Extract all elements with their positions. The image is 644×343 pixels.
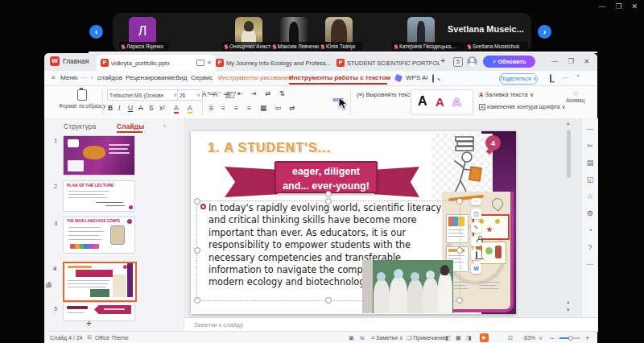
collapse-ribbon-button[interactable]: ⌃ <box>576 74 581 81</box>
menu-more2-button[interactable]: ⋯ <box>562 74 568 81</box>
more-icon[interactable]: ⋯ <box>583 260 597 268</box>
merge-shapes-button[interactable]: ⇄ <box>289 104 295 112</box>
notes-bar[interactable]: Заметки к слайду <box>184 317 598 332</box>
help-icon[interactable]: ? <box>583 243 597 251</box>
bullet-list-button[interactable]: ≔ <box>208 89 216 97</box>
font-size-dropdown[interactable]: 26∨ <box>177 89 203 101</box>
notification-badge-icon[interactable]: 5 <box>453 57 463 67</box>
normal-view-button[interactable]: ◧ <box>445 335 451 341</box>
hamburger-icon[interactable]: ≡ <box>52 74 56 81</box>
text-style-gallery[interactable]: A A A <box>411 89 473 115</box>
selection-handle[interactable] <box>456 247 463 254</box>
text-fill-dropdown[interactable]: A̲ Заливка текста ∨ <box>479 91 534 98</box>
search-icon[interactable] <box>432 74 434 83</box>
collapse-icon[interactable]: — <box>583 125 597 133</box>
restore-button[interactable]: ❐ <box>568 57 575 65</box>
selection-handle[interactable] <box>194 198 200 205</box>
share-button[interactable]: Поделиться ∨ <box>499 73 538 85</box>
tasks-icon[interactable]: ▤ <box>583 159 597 167</box>
menu-item-tools[interactable]: Сервис <box>191 74 213 81</box>
maximize-button[interactable]: ❐ <box>615 2 621 10</box>
format-painter-button[interactable]: Формат по образцу <box>59 89 105 109</box>
account-avatar[interactable] <box>467 56 477 67</box>
classroom-photo[interactable] <box>362 260 453 313</box>
align-right-button[interactable]: ≡ <box>234 104 238 112</box>
zoom-slider-handle[interactable] <box>568 336 573 341</box>
close-button[interactable]: ✕ <box>584 57 589 65</box>
filmstrip-prev-button[interactable]: ‹ <box>89 25 103 39</box>
slide-thumbnail-4-selected[interactable] <box>63 262 137 302</box>
align-text-dropdown[interactable]: (≡) Выровнять текст ∨ <box>357 91 419 98</box>
home-tab[interactable]: W Главная <box>50 56 89 66</box>
paragraph-spacing-button[interactable]: ≕ <box>275 104 282 112</box>
minimize-button[interactable]: — <box>551 57 559 65</box>
notes-toggle[interactable]: ≡ Заметки ∨ <box>371 335 403 341</box>
filmstrip-next-button[interactable]: › <box>538 25 551 39</box>
font-color-button[interactable]: A <box>174 104 179 114</box>
menu-item-text-tools[interactable]: Инструменты работы с текстом <box>289 74 390 81</box>
reading-view-button[interactable]: ◨ <box>466 335 472 341</box>
selection-handle[interactable] <box>194 247 200 254</box>
italic-button[interactable]: I <box>118 104 120 112</box>
slide-thumbnail-3[interactable]: THE MAIN LANGUAGE COMPETENCES <box>63 217 135 254</box>
doc-tab[interactable]: P My Journey into Ecology and Profess... <box>212 55 337 71</box>
rotate-handle[interactable] <box>325 191 332 197</box>
slide-thumbnail-2[interactable]: PLAN OF THE LECTURE <box>63 180 135 212</box>
style-crimson[interactable]: A <box>436 95 444 109</box>
object-toolbar-more-button[interactable]: ⋯ <box>471 198 481 205</box>
bookmark-icon[interactable]: ▣ <box>349 335 354 341</box>
collapse-panel-button[interactable]: ‹ <box>163 122 166 130</box>
zoom-level[interactable]: 63% <box>524 335 535 341</box>
menu-item-view[interactable]: Вид <box>175 74 187 81</box>
doc-tab[interactable]: P STUDENT SCIENTIFIC PORTFOLIO.pptx <box>332 55 444 71</box>
slide-title[interactable]: 1. A STUDENT'S... <box>208 141 331 155</box>
style-black[interactable]: A <box>418 94 427 109</box>
line-spacing-button[interactable]: ⇅ <box>279 89 285 97</box>
superscript-button[interactable]: x² <box>159 104 165 112</box>
comment-bubble-icon[interactable] <box>550 74 551 83</box>
settings-icon[interactable]: ⚙ <box>583 209 597 217</box>
slide-thumbnail-5[interactable] <box>63 302 135 321</box>
close-button[interactable]: ✕ <box>631 2 638 10</box>
slideshow-play-button[interactable]: ▶ <box>480 333 489 342</box>
minimize-button[interactable]: — <box>598 2 605 10</box>
doc-tab-active[interactable]: P vidkryta_portfolio.pptx ✕ <box>97 55 216 71</box>
highlight-color-button[interactable]: A <box>188 104 192 114</box>
align-left-button[interactable]: ≡ <box>208 104 214 112</box>
justify-button[interactable]: ≡ <box>247 104 251 112</box>
copy-style-icon[interactable]: ◱ <box>583 176 597 184</box>
tab-outline[interactable]: Структура <box>64 122 96 130</box>
zoom-in-button[interactable]: + <box>585 334 589 342</box>
sync-icon[interactable]: ⇆ <box>360 335 365 341</box>
numbered-list-button[interactable]: ≕ <box>223 89 230 97</box>
bold-button[interactable]: B <box>108 104 113 112</box>
menu-item-drawing-tools[interactable]: Инструменты рисования <box>218 74 291 81</box>
object-toolbar-wps-button[interactable]: W <box>471 263 481 274</box>
menu-item-review[interactable]: Рецензирование <box>126 74 175 81</box>
menu-scroll-left[interactable]: ‹ <box>91 74 93 81</box>
new-tab-button[interactable]: + <box>440 56 445 65</box>
tab-slides[interactable]: Слайды <box>117 122 144 130</box>
vertical-scrollbar-thumb[interactable] <box>567 130 571 178</box>
zoom-out-button[interactable]: − <box>550 334 554 342</box>
text-outline-dropdown[interactable]: A изменение контура шрифта ∨ <box>479 104 566 110</box>
style-purple-outline[interactable]: A <box>452 95 461 109</box>
chevron-down-icon[interactable]: ∨ <box>539 335 543 341</box>
object-toolbar-pen-button[interactable]: ✎ <box>471 222 481 233</box>
menu-more-button[interactable]: ⋯ <box>80 74 87 81</box>
cut-tools-icon[interactable]: ✂ <box>583 142 597 150</box>
update-now-button[interactable]: ⚡ Обновить сейчас <box>483 56 535 68</box>
selection-handle[interactable] <box>325 297 332 304</box>
font-name-dropdown[interactable]: Trebuchet MS (Основн∨ <box>107 89 180 101</box>
banner-ribbon[interactable]: eager, diligent and... ever-young! <box>275 161 378 193</box>
align-center-button[interactable]: ≡ <box>221 104 225 112</box>
previous-slide-button[interactable]: ▴ <box>567 299 570 305</box>
decrease-indent-button[interactable]: ⇤ <box>237 89 243 97</box>
menu-button[interactable]: Меню <box>60 74 78 81</box>
object-toolbar-person-button[interactable] <box>471 236 481 246</box>
history-icon[interactable]: ◔ <box>583 226 597 234</box>
object-toolbar-laptop-button[interactable] <box>471 250 481 260</box>
underline-button[interactable]: U <box>128 104 133 112</box>
selection-handle[interactable] <box>194 297 200 304</box>
selection-handle[interactable] <box>456 297 463 304</box>
